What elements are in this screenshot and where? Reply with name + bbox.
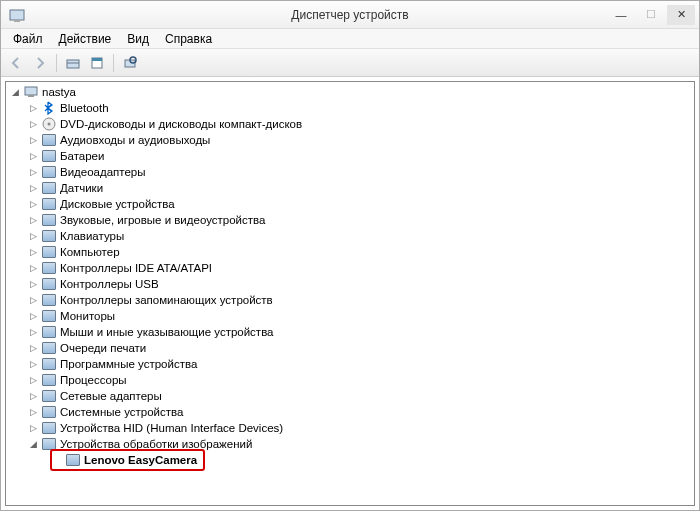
expand-icon[interactable]: ▷ (28, 279, 39, 290)
expand-icon[interactable]: ▷ (28, 295, 39, 306)
node-label: Процессоры (60, 372, 127, 388)
expand-icon[interactable]: ▷ (28, 423, 39, 434)
printer-icon (41, 340, 57, 356)
tree-node[interactable]: ▷Мониторы (8, 308, 692, 324)
hid-icon (41, 420, 57, 436)
tree-node[interactable]: ▷Системные устройства (8, 404, 692, 420)
expand-icon[interactable]: ▷ (28, 135, 39, 146)
expand-icon[interactable]: ▷ (28, 263, 39, 274)
monitor-icon (41, 308, 57, 324)
tree-node[interactable]: ▷DVD-дисководы и дисководы компакт-диско… (8, 116, 692, 132)
tree-node[interactable]: ▷Дисковые устройства (8, 196, 692, 212)
properties-button[interactable] (86, 52, 108, 74)
camera-icon (65, 452, 81, 468)
battery-icon (41, 148, 57, 164)
expand-icon[interactable]: ▷ (28, 183, 39, 194)
expand-icon[interactable]: ▷ (28, 199, 39, 210)
tree-node[interactable]: ▷Программные устройства (8, 356, 692, 372)
tree-node[interactable]: ▷Устройства HID (Human Interface Devices… (8, 420, 692, 436)
node-label: DVD-дисководы и дисководы компакт-дисков (60, 116, 302, 132)
tree-node[interactable]: ▷Контроллеры USB (8, 276, 692, 292)
node-label: Датчики (60, 180, 103, 196)
audio-icon (41, 132, 57, 148)
system-icon (41, 404, 57, 420)
disc-icon (41, 116, 57, 132)
expand-icon[interactable]: ▷ (28, 327, 39, 338)
highlighted-item: ▷Lenovo EasyCamera (50, 449, 205, 471)
maximize-button[interactable]: ☐ (637, 5, 665, 25)
sensor-icon (41, 180, 57, 196)
tree-node[interactable]: ▷Мыши и иные указывающие устройства (8, 324, 692, 340)
expand-icon[interactable]: ▷ (28, 231, 39, 242)
menu-file[interactable]: Файл (5, 30, 51, 48)
network-icon (41, 388, 57, 404)
tree-root[interactable]: ◢nastya (8, 84, 692, 100)
expand-icon[interactable]: ▷ (28, 215, 39, 226)
expand-icon[interactable]: ▷ (28, 247, 39, 258)
tree-node[interactable]: ▷Сетевые адаптеры (8, 388, 692, 404)
window-controls: — ☐ ✕ (605, 5, 695, 25)
svg-point-11 (48, 123, 51, 126)
menu-help[interactable]: Справка (157, 30, 220, 48)
minimize-button[interactable]: — (607, 5, 635, 25)
svg-rect-1 (14, 20, 20, 22)
expand-icon[interactable]: ▷ (28, 343, 39, 354)
node-label: Аудиовходы и аудиовыходы (60, 132, 210, 148)
cpu-icon (41, 372, 57, 388)
tree-node[interactable]: ▷Клавиатуры (8, 228, 692, 244)
menubar: Файл Действие Вид Справка (1, 29, 699, 49)
tree-node[interactable]: ▷Процессоры (8, 372, 692, 388)
software-icon (41, 356, 57, 372)
app-icon (9, 7, 25, 23)
tree-node[interactable]: ▷Звуковые, игровые и видеоустройства (8, 212, 692, 228)
content-area: ◢nastya▷Bluetooth▷DVD-дисководы и дисков… (1, 77, 699, 510)
tree-child-node[interactable]: ▷Lenovo EasyCamera (8, 452, 692, 468)
tree-node[interactable]: ▷Батареи (8, 148, 692, 164)
tree-node[interactable]: ▷Компьютер (8, 244, 692, 260)
display-icon (41, 164, 57, 180)
close-button[interactable]: ✕ (667, 5, 695, 25)
mouse-icon (41, 324, 57, 340)
expand-icon[interactable]: ▷ (28, 359, 39, 370)
tree-node[interactable]: ▷Аудиовходы и аудиовыходы (8, 132, 692, 148)
computer-icon (23, 84, 39, 100)
svg-rect-9 (28, 95, 34, 97)
node-label: Контроллеры IDE ATA/ATAPI (60, 260, 212, 276)
scan-hardware-button[interactable] (119, 52, 141, 74)
forward-button (29, 52, 51, 74)
expand-icon[interactable]: ▷ (28, 311, 39, 322)
sound-icon (41, 212, 57, 228)
expand-icon[interactable]: ▷ (28, 103, 39, 114)
expand-icon[interactable]: ▷ (28, 407, 39, 418)
computer-icon (41, 244, 57, 260)
toolbar (1, 49, 699, 77)
menu-action[interactable]: Действие (51, 30, 120, 48)
tree-node[interactable]: ▷Очереди печати (8, 340, 692, 356)
svg-rect-2 (67, 60, 79, 68)
show-hidden-button[interactable] (62, 52, 84, 74)
tree-node[interactable]: ▷Видеоадаптеры (8, 164, 692, 180)
tree-node[interactable]: ▷Контроллеры запоминающих устройств (8, 292, 692, 308)
root-label: nastya (42, 84, 76, 100)
svg-rect-0 (10, 10, 24, 20)
expand-icon[interactable]: ▷ (28, 391, 39, 402)
disk-icon (41, 196, 57, 212)
tree-node[interactable]: ▷Контроллеры IDE ATA/ATAPI (8, 260, 692, 276)
node-label: Батареи (60, 148, 104, 164)
tree-node[interactable]: ▷Датчики (8, 180, 692, 196)
collapse-icon[interactable]: ◢ (28, 439, 39, 450)
node-label: Дисковые устройства (60, 196, 175, 212)
titlebar: Диспетчер устройств — ☐ ✕ (1, 1, 699, 29)
node-label: Видеоадаптеры (60, 164, 146, 180)
node-label: Контроллеры USB (60, 276, 159, 292)
expand-icon[interactable]: ▷ (28, 167, 39, 178)
tree-node[interactable]: ▷Bluetooth (8, 100, 692, 116)
node-label: Мыши и иные указывающие устройства (60, 324, 274, 340)
collapse-icon[interactable]: ◢ (10, 87, 21, 98)
menu-view[interactable]: Вид (119, 30, 157, 48)
expand-icon[interactable]: ▷ (28, 375, 39, 386)
expand-icon[interactable]: ▷ (28, 151, 39, 162)
expand-icon[interactable]: ▷ (28, 119, 39, 130)
node-label: Мониторы (60, 308, 115, 324)
device-tree[interactable]: ◢nastya▷Bluetooth▷DVD-дисководы и дисков… (5, 81, 695, 506)
